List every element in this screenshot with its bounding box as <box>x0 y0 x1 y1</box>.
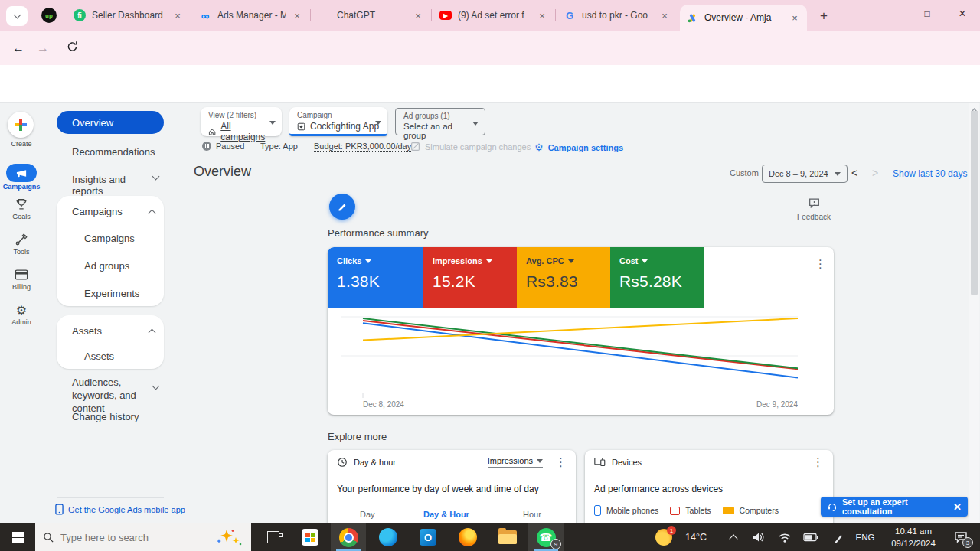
close-icon[interactable]: × <box>536 10 548 21</box>
nav-insights-and-reports[interactable]: Insights and reports <box>72 174 152 197</box>
battery-tray-icon[interactable] <box>799 523 822 551</box>
mobile-app-link[interactable]: Get the Google Ads mobile app <box>55 504 185 515</box>
reload-button[interactable] <box>66 40 79 56</box>
search-icon <box>43 532 54 543</box>
campaign-budget[interactable]: Budget: PKR3,000.00/day <box>314 142 411 152</box>
tab-chatgpt[interactable]: ChatGPT × <box>312 5 430 26</box>
simulate-changes-button: Simulate campaign changes <box>410 142 531 152</box>
performance-chart[interactable]: Dec 8, 2024 Dec 9, 2024 <box>341 310 798 411</box>
close-icon[interactable]: × <box>412 10 424 21</box>
close-icon[interactable]: × <box>658 10 671 21</box>
nav-ad-groups-item[interactable]: Ad groups <box>84 260 129 272</box>
weather-tray-icon[interactable]: 1 <box>652 523 675 551</box>
show-last-30-days-link[interactable]: Show last 30 days <box>893 168 967 179</box>
taskbar-search-input[interactable] <box>60 532 207 543</box>
microsoft-store-button[interactable] <box>294 523 326 551</box>
rail-item-billing[interactable]: Billing <box>0 266 43 291</box>
expert-consultation-banner[interactable]: Set up an expert consultation ✕ <box>821 497 968 517</box>
chrome-taskbar-button[interactable] <box>331 523 366 551</box>
headset-icon <box>827 501 838 512</box>
close-icon[interactable]: × <box>789 12 801 24</box>
language-indicator[interactable]: ENG <box>851 523 879 551</box>
start-button[interactable] <box>0 523 35 551</box>
metric-cost[interactable]: Cost Rs5.28K <box>610 247 704 308</box>
date-prev-button[interactable]: < <box>851 167 858 179</box>
view-filter[interactable]: View (2 filters) All campaigns <box>201 107 282 136</box>
pencil-icon <box>337 201 348 213</box>
tab-google-ads-active[interactable]: Overview - Amja × <box>680 5 807 31</box>
task-view-button[interactable] <box>257 523 289 551</box>
close-icon[interactable]: ✕ <box>953 501 962 513</box>
metric-clicks[interactable]: Clicks 1.38K <box>328 247 423 308</box>
rail-item-tools[interactable]: Tools <box>0 231 43 256</box>
whatsapp-taskbar-button[interactable]: ☎ 9 <box>528 523 564 551</box>
tab-search-button[interactable] <box>6 6 28 26</box>
create-button[interactable] <box>8 112 34 138</box>
rail-admin-label: Admin <box>0 318 43 326</box>
chevron-down-icon[interactable] <box>152 173 160 181</box>
forward-button[interactable]: → <box>37 41 49 55</box>
metric-avg-cpc[interactable]: Avg. CPC Rs3.83 <box>517 247 610 308</box>
file-explorer-taskbar-button[interactable] <box>490 523 525 551</box>
taskbar-search[interactable] <box>35 523 251 551</box>
scrollbar-thumb[interactable] <box>971 111 978 295</box>
tab-seller-dashboard[interactable]: fi Seller Dashboard × <box>67 5 190 26</box>
nav-campaigns-group[interactable]: Campaigns <box>72 206 122 217</box>
window-close-button[interactable]: × <box>945 0 980 28</box>
tab-day[interactable]: Day <box>360 510 375 519</box>
windows-logo-icon <box>12 532 24 543</box>
legend-tablets: Tablets <box>685 506 710 515</box>
feedback-label: Feedback <box>796 213 831 221</box>
tab-google-search[interactable]: G usd to pkr - Goo × <box>557 5 677 26</box>
nav-recommendations[interactable]: Recommendations <box>72 146 155 158</box>
rail-item-campaigns[interactable] <box>6 164 37 182</box>
tab-day-and-hour-selected[interactable]: Day & Hour <box>423 510 469 519</box>
day-hour-menu-kebab-icon[interactable]: ⋮ <box>555 456 567 468</box>
firefox-taskbar-button[interactable] <box>450 523 485 551</box>
back-button[interactable]: ← <box>12 41 24 55</box>
vertical-scrollbar[interactable] <box>969 103 979 523</box>
nav-assets-item[interactable]: Assets <box>84 350 114 362</box>
gear-icon: ⚙ <box>534 142 544 153</box>
window-maximize-button[interactable]: □ <box>910 0 945 28</box>
nav-assets-group[interactable]: Assets <box>72 325 102 337</box>
campaign-settings-button[interactable]: ⚙ Campaign settings <box>534 142 623 153</box>
feedback-button[interactable]: Feedback <box>796 197 831 221</box>
nav-campaigns-item[interactable]: Campaigns <box>84 233 135 244</box>
nav-audiences[interactable]: Audiences, keywords, and content <box>72 377 162 416</box>
nav-overview-selected[interactable]: Overview <box>57 111 164 134</box>
volume-tray-icon[interactable] <box>749 523 769 551</box>
close-icon[interactable]: × <box>172 10 184 21</box>
chevron-down-icon <box>13 11 21 19</box>
campaign-filter-label: Campaign <box>297 111 380 119</box>
chevron-up-icon[interactable] <box>149 329 156 337</box>
rail-item-goals[interactable]: Goals <box>0 196 43 220</box>
campaign-filter[interactable]: Campaign Cockfighting App <box>289 107 387 136</box>
nav-change-history[interactable]: Change history <box>72 411 139 422</box>
window-minimize-button[interactable]: — <box>874 0 910 28</box>
chevron-up-icon[interactable] <box>149 210 156 217</box>
rail-item-admin[interactable]: ⚙ Admin <box>0 302 43 326</box>
pen-tray-icon[interactable] <box>828 523 848 551</box>
devices-menu-kebab-icon[interactable]: ⋮ <box>812 456 824 468</box>
nav-experiments-item[interactable]: Experiments <box>84 288 139 299</box>
tab-hour[interactable]: Hour <box>523 510 541 519</box>
close-icon[interactable]: × <box>291 10 303 21</box>
tab-youtube[interactable]: ▶ (9) Ad set error f × <box>433 5 554 26</box>
metric-dropdown[interactable]: Impressions <box>488 456 543 468</box>
clock-tray[interactable]: 10:41 am 09/12/2024 <box>882 523 945 551</box>
edge-taskbar-button[interactable] <box>371 523 406 551</box>
date-range-dropdown[interactable]: Dec 8 – 9, 2024 <box>762 165 848 183</box>
tab-ads-manager[interactable]: ∞ Ads Manager - M × <box>193 5 309 26</box>
edit-fab-button[interactable] <box>329 194 355 220</box>
outlook-taskbar-button[interactable]: O <box>410 523 446 551</box>
wifi-tray-icon[interactable] <box>775 523 795 551</box>
pinned-tab-upwork[interactable]: up <box>37 5 61 26</box>
temperature-label[interactable]: 14°C <box>680 523 712 551</box>
ad-groups-filter[interactable]: Ad groups (1) Select an ad group <box>395 108 485 135</box>
performance-card-menu-kebab-icon[interactable]: ⋮ <box>815 258 826 269</box>
tray-expand-button[interactable] <box>724 523 743 551</box>
new-tab-button[interactable]: + <box>815 7 833 25</box>
metric-impressions[interactable]: Impressions 15.2K <box>423 247 517 308</box>
notification-center-button[interactable]: 3 <box>948 523 974 551</box>
